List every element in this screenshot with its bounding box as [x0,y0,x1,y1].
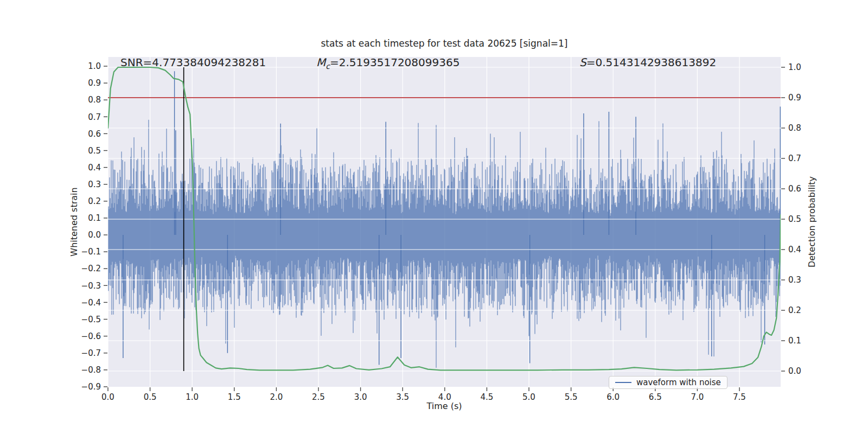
legend-label: waveform with noise [636,378,721,387]
svg-text:0.6: 0.6 [788,184,801,194]
svg-text:3.5: 3.5 [396,392,409,402]
svg-text:0.9: 0.9 [788,93,801,103]
svg-text:0.7: 0.7 [88,112,101,122]
svg-text:0.3: 0.3 [88,180,101,189]
svg-text:0.3: 0.3 [788,275,801,285]
svg-text:0.5: 0.5 [88,146,101,156]
svg-text:−0.5: −0.5 [81,315,101,324]
svg-text:7.5: 7.5 [733,392,746,402]
svg-text:4.5: 4.5 [480,392,493,402]
svg-text:0.7: 0.7 [788,154,801,163]
svg-text:0.9: 0.9 [88,78,101,88]
svg-text:6.5: 6.5 [649,392,662,402]
annotation-s-prefix: S [579,56,586,69]
svg-text:−0.2: −0.2 [81,264,101,273]
svg-text:5.0: 5.0 [522,392,535,402]
annotation-mc-prefix: M [316,56,326,69]
chart-title: stats at each timestep for test data 206… [321,38,568,49]
svg-text:−0.9: −0.9 [81,382,101,392]
svg-text:1.0: 1.0 [88,61,101,71]
legend: waveform with noise [609,376,727,389]
annotation-mc: Mc=2.5193517208099365 [316,56,459,71]
svg-text:0.0: 0.0 [788,366,801,376]
x-axis-label: Time (s) [426,401,462,411]
svg-text:0.2: 0.2 [88,196,101,206]
svg-text:6.0: 6.0 [607,392,620,402]
svg-text:0.5: 0.5 [144,392,157,402]
svg-text:−0.6: −0.6 [81,331,101,341]
svg-text:1.0: 1.0 [186,392,199,402]
svg-text:0.0: 0.0 [101,392,114,402]
svg-text:2.5: 2.5 [312,392,325,402]
svg-text:1.0: 1.0 [788,62,801,72]
annotation-snr-value: =4.773384094238281 [143,56,266,69]
figure: 1.00.90.80.70.60.50.40.30.20.10.0−0.1−0.… [0,0,868,434]
svg-text:0.1: 0.1 [88,213,101,223]
svg-text:0.2: 0.2 [788,305,801,315]
annotation-s: S=0.5143142938613892 [579,56,716,69]
svg-text:7.0: 7.0 [691,392,704,402]
svg-text:0.8: 0.8 [88,95,101,105]
svg-text:−0.8: −0.8 [81,365,101,375]
svg-text:0.4: 0.4 [788,245,801,254]
svg-text:−0.3: −0.3 [81,281,101,291]
svg-text:−0.7: −0.7 [81,348,101,358]
svg-text:0.4: 0.4 [88,163,101,173]
svg-text:0.0: 0.0 [88,230,101,240]
svg-text:0.1: 0.1 [788,336,801,346]
svg-text:2.0: 2.0 [270,392,283,402]
svg-text:−0.1: −0.1 [81,247,101,257]
annotation-snr: SNR=4.773384094238281 [120,56,266,69]
svg-text:0.8: 0.8 [788,123,801,133]
annotation-mc-subscript: c [326,62,330,71]
y-axis-label-left: Whitened strain [69,187,79,256]
annotation-mc-value: =2.5193517208099365 [330,56,459,69]
annotation-snr-prefix: SNR [120,56,143,69]
svg-text:0.6: 0.6 [88,129,101,139]
annotation-s-value: =0.5143142938613892 [586,56,716,69]
legend-line-sample [615,382,631,383]
svg-text:1.5: 1.5 [228,392,241,402]
svg-text:3.0: 3.0 [354,392,367,402]
svg-text:−0.4: −0.4 [81,298,101,308]
svg-text:5.5: 5.5 [565,392,578,402]
y-axis-label-right: Detection probability [807,176,817,267]
svg-text:0.5: 0.5 [788,214,801,224]
